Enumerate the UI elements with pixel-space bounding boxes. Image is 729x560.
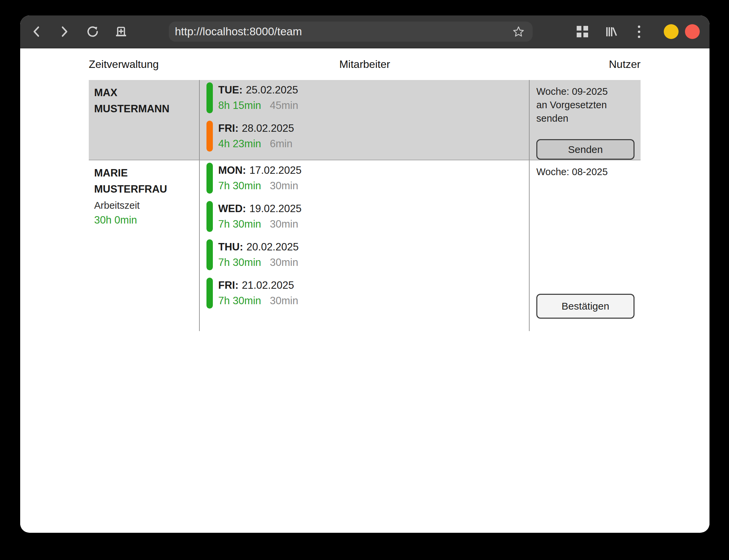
week-action-cell: Woche: 09-2025 an Vorgesetzten senden Se… — [529, 80, 641, 160]
menu-button[interactable] — [631, 24, 646, 39]
tabs-overview-button[interactable] — [575, 24, 590, 39]
library-button[interactable] — [603, 24, 618, 39]
week-hint: an Vorgesetzten — [536, 98, 635, 112]
close-button[interactable] — [685, 24, 700, 39]
entry-work-time: 8h 15min — [218, 99, 261, 111]
entry-work-time: 7h 30min — [218, 218, 261, 230]
week-label: Woche: 08-2025 — [536, 165, 635, 178]
bestaetigen-button[interactable]: Bestätigen — [536, 294, 635, 319]
entry-break-time: 45min — [270, 99, 298, 111]
week-label: Woche: 09-2025 — [536, 85, 635, 98]
time-entry: MON:17.02.2025 7h 30min30min — [206, 163, 529, 194]
entry-status-bar — [206, 278, 213, 309]
entry-status-bar — [206, 121, 213, 152]
chevron-right-icon — [60, 26, 69, 38]
week-hint: senden — [536, 112, 635, 125]
member-name-cell: MARIE MUSTERFRAU Arbeitszeit 30h 0min — [89, 160, 199, 331]
entry-date: 25.02.2025 — [246, 84, 298, 96]
entry-day-label: WED: — [218, 203, 246, 214]
week-info: Woche: 08-2025 — [536, 165, 635, 178]
entry-day-label: FRI: — [218, 122, 238, 134]
page-content: Zeitverwaltung Mitarbeiter Nutzer MAX MU… — [20, 48, 709, 532]
nav-item-zeitverwaltung[interactable]: Zeitverwaltung — [89, 58, 159, 71]
entry-status-bar — [206, 163, 213, 194]
entry-day-label: TUE: — [218, 84, 242, 96]
entry-work-time: 4h 23min — [218, 138, 261, 150]
bookmark-star-icon — [512, 25, 525, 38]
time-entry: TUE:25.02.2025 8h 15min45min — [206, 82, 529, 113]
week-info: Woche: 09-2025 an Vorgesetzten senden — [536, 85, 635, 125]
entry-date: 28.02.2025 — [242, 122, 294, 134]
nav-item-nutzer[interactable]: Nutzer — [609, 58, 641, 71]
entry-date: 19.02.2025 — [250, 203, 302, 214]
entry-work-time: 7h 30min — [218, 256, 261, 268]
time-entry: FRI:28.02.2025 4h 23min6min — [206, 121, 529, 152]
browser-window: http://localhost:8000/team — [20, 15, 709, 533]
reload-button[interactable] — [85, 24, 100, 39]
time-entries-cell: TUE:25.02.2025 8h 15min45min FRI:28.02.2… — [199, 80, 529, 160]
entry-work-time: 7h 30min — [218, 295, 261, 307]
team-table: MAX MUSTERMANN TUE:25.02.2025 8h 15min45… — [89, 80, 641, 331]
browser-toolbar: http://localhost:8000/team — [20, 15, 709, 48]
bookmark-button[interactable] — [511, 24, 526, 39]
forward-button[interactable] — [57, 24, 72, 39]
nav-item-mitarbeiter[interactable]: Mitarbeiter — [339, 58, 390, 71]
new-tab-button[interactable] — [114, 24, 128, 39]
new-tab-icon — [114, 25, 128, 38]
worktime-value: 30h 0min — [94, 213, 196, 228]
entry-break-time: 30min — [270, 295, 298, 307]
entry-day-label: THU: — [218, 241, 243, 253]
time-entries-cell: MON:17.02.2025 7h 30min30min WED:19.02.2… — [199, 160, 529, 331]
time-entry: WED:19.02.2025 7h 30min30min — [206, 201, 529, 232]
kebab-menu-icon — [638, 26, 640, 38]
worktime-label: Arbeitszeit — [94, 198, 196, 213]
member-name: MARIE MUSTERFRAU — [94, 165, 196, 197]
library-icon — [604, 25, 617, 38]
entry-break-time: 30min — [270, 256, 298, 268]
entry-status-bar — [206, 82, 213, 113]
member-name: MAX MUSTERMANN — [94, 85, 196, 117]
entry-break-time: 30min — [270, 218, 298, 230]
senden-button[interactable]: Senden — [536, 139, 635, 160]
entry-break-time: 30min — [270, 180, 298, 192]
entry-day-label: FRI: — [218, 279, 238, 291]
entry-date: 17.02.2025 — [250, 164, 302, 176]
minimize-button[interactable] — [664, 24, 679, 39]
entry-break-time: 6min — [270, 138, 293, 150]
entry-date: 20.02.2025 — [246, 241, 299, 253]
entry-work-time: 7h 30min — [218, 180, 261, 192]
chevron-left-icon — [32, 26, 41, 38]
grid-icon — [577, 26, 588, 37]
week-action-cell: Woche: 08-2025 Bestätigen — [529, 160, 641, 331]
toolbar-right-icons — [575, 24, 700, 39]
entry-date: 21.02.2025 — [242, 279, 294, 291]
time-entry: THU:20.02.2025 7h 30min30min — [206, 239, 529, 270]
reload-icon — [86, 25, 100, 38]
top-navigation: Zeitverwaltung Mitarbeiter Nutzer — [89, 48, 641, 80]
entry-day-label: MON: — [218, 164, 246, 176]
time-entry: FRI:21.02.2025 7h 30min30min — [206, 278, 529, 309]
entry-status-bar — [206, 239, 213, 270]
back-button[interactable] — [29, 24, 44, 39]
member-name-cell: MAX MUSTERMANN — [89, 80, 199, 160]
url-bar[interactable]: http://localhost:8000/team — [169, 22, 533, 42]
url-input[interactable]: http://localhost:8000/team — [169, 25, 533, 38]
entry-status-bar — [206, 201, 213, 232]
